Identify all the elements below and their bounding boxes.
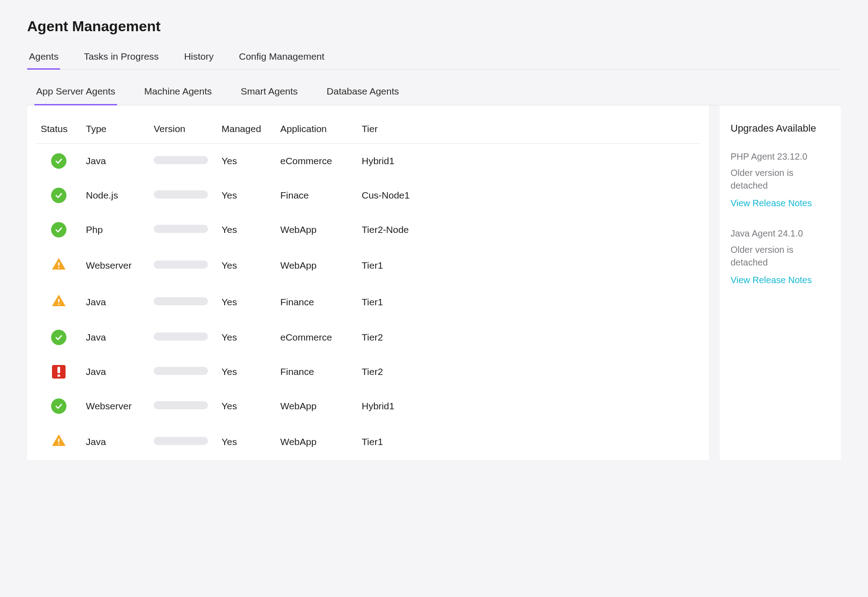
- check-circle-icon: [51, 187, 67, 204]
- tier-cell: Tier2: [357, 355, 700, 389]
- type-cell: Java: [81, 320, 149, 355]
- upgrade-item: Java Agent 24.1.0Older version is detach…: [731, 228, 830, 285]
- tier-cell: Cus-Node1: [357, 178, 700, 213]
- check-circle-icon: [51, 329, 67, 346]
- svg-rect-0: [58, 262, 60, 266]
- table-row[interactable]: JavaYesFinanceTier1: [36, 284, 700, 320]
- version-pill: [154, 367, 208, 375]
- type-cell: Java: [81, 423, 149, 460]
- sub-tab-smart-agents[interactable]: Smart Agents: [239, 82, 300, 105]
- managed-cell: Yes: [217, 320, 276, 355]
- table-row[interactable]: JavaYeseCommerceTier2: [36, 320, 700, 355]
- version-pill: [154, 332, 208, 341]
- table-row[interactable]: PhpYesWebAppTier2-Node: [36, 213, 700, 247]
- status-cell: [36, 178, 81, 213]
- table-row[interactable]: JavaYesFinanceTier2: [36, 355, 700, 389]
- managed-cell: Yes: [217, 144, 276, 179]
- view-release-notes-link[interactable]: View Release Notes: [731, 275, 830, 285]
- managed-cell: Yes: [217, 247, 276, 284]
- status-cell: [36, 144, 81, 179]
- tier-cell: Tier2-Node: [357, 213, 700, 247]
- check-circle-icon: [51, 222, 67, 238]
- application-cell: WebApp: [276, 423, 357, 460]
- status-cell: [36, 247, 81, 284]
- version-pill: [154, 225, 208, 233]
- warning-triangle-icon: [51, 432, 67, 449]
- sub-tab-app-server-agents[interactable]: App Server Agents: [34, 82, 117, 105]
- svg-rect-5: [57, 374, 60, 377]
- agents-table-panel: Status Type Version Managed Application …: [27, 105, 709, 460]
- tier-cell: Tier1: [357, 247, 700, 284]
- type-cell: Webserver: [81, 389, 149, 423]
- tier-cell: Hybrid1: [357, 389, 700, 423]
- error-square-icon: [51, 364, 67, 380]
- application-cell: eCommerce: [276, 144, 357, 179]
- check-circle-icon: [51, 398, 67, 414]
- version-pill: [154, 156, 208, 164]
- table-row[interactable]: WebserverYesWebAppTier1: [36, 247, 700, 284]
- type-cell: Java: [81, 284, 149, 320]
- version-pill: [154, 297, 208, 305]
- version-cell: [149, 144, 217, 179]
- warning-triangle-icon: [51, 256, 67, 272]
- application-cell: WebApp: [276, 247, 357, 284]
- application-cell: WebApp: [276, 389, 357, 423]
- column-header-status[interactable]: Status: [36, 120, 81, 144]
- agents-table: Status Type Version Managed Application …: [36, 120, 700, 460]
- managed-cell: Yes: [217, 284, 276, 320]
- column-header-type[interactable]: Type: [81, 120, 149, 144]
- tier-cell: Tier2: [357, 320, 700, 355]
- svg-rect-4: [57, 367, 60, 373]
- view-release-notes-link[interactable]: View Release Notes: [731, 198, 830, 208]
- version-cell: [149, 355, 217, 389]
- upgrades-title: Upgrades Available: [731, 122, 830, 135]
- sub-tab-machine-agents[interactable]: Machine Agents: [142, 82, 213, 105]
- version-cell: [149, 320, 217, 355]
- svg-rect-2: [58, 299, 60, 303]
- application-cell: Finance: [276, 355, 357, 389]
- table-row[interactable]: WebserverYesWebAppHybrid1: [36, 389, 700, 423]
- table-row[interactable]: JavaYesWebAppTier1: [36, 423, 700, 460]
- sub-tabs: App Server AgentsMachine AgentsSmart Age…: [27, 82, 841, 105]
- type-cell: Php: [81, 213, 149, 247]
- status-cell: [36, 284, 81, 320]
- managed-cell: Yes: [217, 389, 276, 423]
- version-pill: [154, 261, 208, 269]
- status-cell: [36, 389, 81, 423]
- top-tab-agents[interactable]: Agents: [27, 47, 60, 70]
- top-tab-tasks-in-progress[interactable]: Tasks in Progress: [82, 47, 160, 70]
- type-cell: Node.js: [81, 178, 149, 213]
- upgrade-note: Older version is detached: [731, 166, 830, 192]
- status-cell: [36, 213, 81, 247]
- status-cell: [36, 423, 81, 460]
- page-title: Agent Management: [27, 18, 841, 35]
- upgrades-panel: Upgrades Available PHP Agent 23.12.0Olde…: [720, 105, 841, 460]
- upgrade-name: Java Agent 24.1.0: [731, 228, 830, 239]
- table-row[interactable]: Node.jsYesFinaceCus-Node1: [36, 178, 700, 213]
- upgrade-note: Older version is detached: [731, 243, 830, 269]
- column-header-tier[interactable]: Tier: [357, 120, 700, 144]
- svg-rect-1: [58, 267, 60, 268]
- column-header-application[interactable]: Application: [276, 120, 357, 144]
- table-row[interactable]: JavaYeseCommerceHybrid1: [36, 144, 700, 179]
- version-cell: [149, 423, 217, 460]
- top-tab-history[interactable]: History: [182, 47, 215, 70]
- version-pill: [154, 190, 208, 199]
- managed-cell: Yes: [217, 213, 276, 247]
- version-cell: [149, 389, 217, 423]
- top-tab-config-management[interactable]: Config Management: [237, 47, 326, 70]
- column-header-version[interactable]: Version: [149, 120, 217, 144]
- upgrade-name: PHP Agent 23.12.0: [731, 152, 830, 162]
- check-circle-icon: [51, 153, 67, 169]
- managed-cell: Yes: [217, 178, 276, 213]
- application-cell: Finace: [276, 178, 357, 213]
- sub-tab-database-agents[interactable]: Database Agents: [325, 82, 401, 105]
- upgrade-item: PHP Agent 23.12.0Older version is detach…: [731, 152, 830, 208]
- svg-rect-7: [58, 443, 60, 445]
- version-cell: [149, 284, 217, 320]
- column-header-managed[interactable]: Managed: [217, 120, 276, 144]
- warning-triangle-icon: [51, 293, 67, 309]
- version-cell: [149, 178, 217, 213]
- type-cell: Java: [81, 355, 149, 389]
- version-pill: [154, 437, 208, 445]
